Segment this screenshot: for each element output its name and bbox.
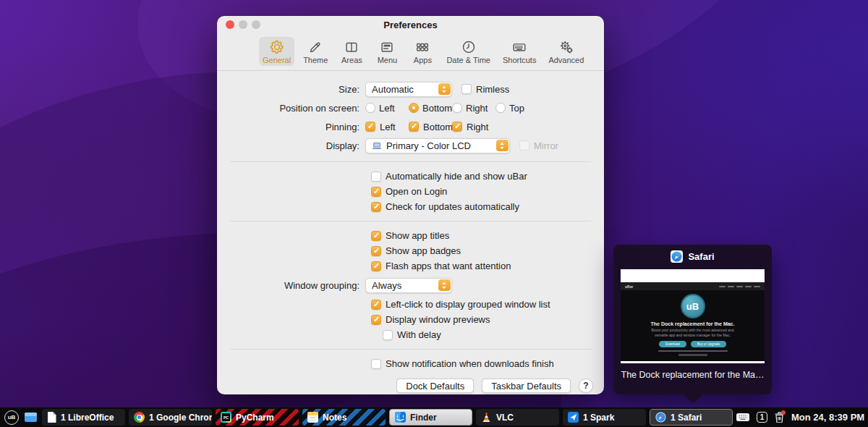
site-fineprint [658,350,728,352]
tab-theme[interactable]: Theme [299,37,331,66]
radio-icon[interactable] [452,103,462,113]
option-label: Top [509,103,524,114]
tab-advanced[interactable]: Advanced [545,37,587,66]
preview-header: Safari [613,245,772,268]
check-label: Show app badges [386,245,461,256]
check-label: Left-click to display grouped window lis… [386,299,550,310]
preview-thumbnail[interactable]: uBar uB The Dock replacement for the Mac… [621,269,765,363]
app-label: 1 Google Chrome [149,413,212,423]
option-label: Right [466,103,488,114]
autohide-check[interactable]: Automatically hide and show uBar [371,169,604,184]
downloads-notification-check[interactable]: Show notification when downloads finish [371,356,604,371]
taskbar-app-chrome[interactable]: 1 Google Chrome [129,409,212,426]
open-on-login-check[interactable]: Open on Login [371,184,604,199]
taskbar-app-safari[interactable]: 1 Safari [650,409,733,426]
checkbox-icon[interactable] [371,246,381,256]
tab-shortcuts[interactable]: Shortcuts [499,37,540,66]
checkbox-icon[interactable] [371,315,381,325]
tab-label: Advanced [548,56,584,64]
check-label: Automatically hide and show uBar [386,171,527,182]
site-subtext: Boost your productivity with the most ad… [650,328,736,338]
tab-label: General [263,56,291,64]
tab-menu[interactable]: Menu [372,37,402,66]
checkbox-icon[interactable] [452,122,462,132]
help-button[interactable]: ? [579,379,593,393]
ubar-menu-button[interactable]: uB [4,410,19,425]
rimless-label: Rimless [476,84,509,95]
pinning-right[interactable]: Right [452,122,495,132]
space-indicator[interactable]: 1 [757,412,767,423]
show-app-titles-check[interactable]: Show app titles [371,228,604,243]
rimless-checkbox[interactable] [461,84,472,94]
checkbox-icon[interactable] [365,122,375,132]
taskbar-defaults-button[interactable]: Taskbar Defaults [482,379,571,393]
stepper-icon [438,279,451,291]
keyboard-layout-icon[interactable] [736,411,749,424]
left-click-group-check[interactable]: Left-click to display grouped window lis… [371,297,604,312]
taskbar-app-pycharm[interactable]: PC PyCharm [216,409,299,426]
check-label: Show notification when downloads finish [386,358,554,369]
taskbar-clock[interactable]: Mon 24, 8:39 PM [791,412,868,423]
close-button[interactable] [226,20,234,29]
trash-button[interactable] [775,412,784,423]
laptop-icon [372,142,382,150]
checkbox-icon[interactable] [371,261,381,271]
tab-apps[interactable]: Apps [407,37,438,66]
checkbox-icon[interactable] [371,187,381,197]
position-option-right[interactable]: Right [452,103,495,114]
checkbox-icon[interactable] [371,359,381,369]
checkbox-icon[interactable] [371,172,381,182]
checkbox-icon[interactable] [383,330,393,340]
app-label: 1 LibreOffice [61,413,114,423]
menu-panel-icon [379,39,395,55]
notes-icon [307,412,318,423]
radio-icon[interactable] [409,103,419,113]
window-grouping-select[interactable]: Always [365,278,452,293]
position-option-left[interactable]: Left [365,103,409,114]
show-app-badges-check[interactable]: Show app badges [371,243,604,258]
pinning-bottom[interactable]: Bottom [409,122,452,132]
position-option-bottom[interactable]: Bottom [409,103,452,114]
desktop-button[interactable] [22,413,38,422]
taskbar-app-spark[interactable]: 1 Spark [563,409,646,426]
checkbox-icon[interactable] [371,231,381,241]
display-select[interactable]: Primary - Color LCD [365,138,510,153]
window-grouping-label: Window grouping: [217,280,365,291]
minimize-button[interactable] [239,20,247,29]
zoom-button[interactable] [252,20,260,29]
checkbox-icon[interactable] [409,122,419,132]
trash-badge [781,410,786,415]
safari-window-preview[interactable]: Safari uBar uB The Dock replacement for … [613,245,772,394]
with-delay-check[interactable]: With delay [383,327,604,342]
preview-pointer-notch [682,394,704,403]
mirror-checkbox [519,140,529,151]
tab-general[interactable]: General [259,37,294,66]
flash-apps-check[interactable]: Flash apps that want attention [371,258,604,274]
footer-buttons: Dock Defaults Taskbar Defaults ? [217,371,604,393]
tab-label: Theme [303,56,328,64]
checkbox-icon[interactable] [371,300,381,310]
check-updates-check[interactable]: Check for updates automatically [371,199,604,214]
size-select[interactable]: Automatic [365,82,452,97]
taskbar-app-notes[interactable]: Notes [302,409,386,426]
divider [230,349,591,350]
site-buttons: Download Buy or Upgrade [659,341,727,347]
desktop: Preferences General Theme Areas Menu App… [0,0,868,427]
radio-icon[interactable] [365,103,375,113]
taskbar-app-vlc[interactable]: VLC [476,409,559,426]
position-row: Position on screen: Left Bottom Right To… [217,98,604,117]
window-grouping-value: Always [372,280,401,291]
tab-areas[interactable]: Areas [336,37,367,66]
position-option-top[interactable]: Top [495,103,539,114]
tab-date-time[interactable]: Date & Time [443,37,494,66]
dock-defaults-button[interactable]: Dock Defaults [396,379,474,393]
titlebar[interactable]: Preferences [217,16,604,33]
taskbar-app-finder[interactable]: Finder [389,409,472,426]
radio-icon[interactable] [495,103,506,113]
split-window-icon [344,39,359,55]
checkbox-icon[interactable] [371,202,381,212]
position-label: Position on screen: [217,103,365,114]
pinning-left[interactable]: Left [365,122,409,132]
taskbar-app-libreoffice[interactable]: 1 LibreOffice [42,409,125,426]
window-previews-check[interactable]: Display window previews [371,312,604,327]
